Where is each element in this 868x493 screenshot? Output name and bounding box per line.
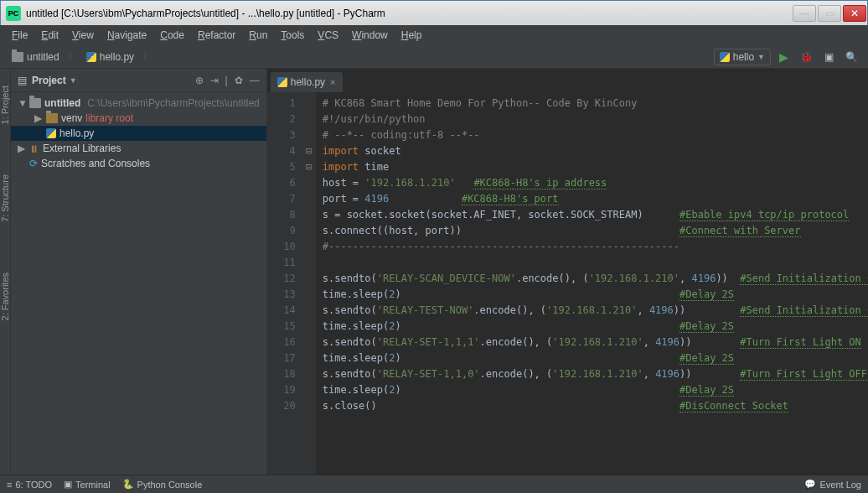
code-line[interactable]: # --*-- coding:utf-8 --*-- (323, 127, 868, 143)
tree-external-libs[interactable]: ▶ ⫼ External Libraries (11, 141, 266, 156)
chevron-down-icon[interactable]: ▼ (70, 76, 77, 85)
code-line[interactable]: s.connect((host, port)) #Connect with Se… (323, 223, 868, 239)
collapse-all-icon[interactable]: ⇥ (210, 75, 219, 86)
code-line[interactable]: time.sleep(2) #Delay 2S (323, 287, 868, 303)
run-button[interactable]: ▶ (776, 49, 792, 65)
tab-label: hello.py (291, 76, 325, 88)
menu-window[interactable]: Window (347, 27, 393, 44)
sidebar-tab-favorites[interactable]: 2: Favorites (0, 272, 10, 320)
breadcrumb-project[interactable]: untitled (7, 49, 65, 65)
code-line[interactable]: # KC868 Smart Home Demo For Python-- Cod… (323, 96, 868, 112)
breadcrumb-label: hello.py (100, 51, 134, 63)
tab-hello[interactable]: hello.py × (271, 72, 343, 92)
menu-view[interactable]: View (67, 27, 99, 44)
bubble-icon: 💬 (804, 479, 816, 490)
menu-run[interactable]: Run (244, 27, 272, 44)
code-line[interactable]: time.sleep(2) #Delay 2S (323, 319, 868, 335)
terminal-icon: ▣ (64, 479, 72, 490)
editor-body[interactable]: 1234567891011121314151617181920 ⊟⊟ # KC8… (267, 92, 868, 475)
project-panel: ▤ Project ▼ ⊕ ⇥ | ✿ — ▼ untitled C:\User… (11, 69, 267, 475)
breadcrumb-file[interactable]: hello.py (81, 49, 139, 65)
settings-icon[interactable]: ✿ (235, 75, 243, 86)
expand-icon[interactable]: ▶ (34, 112, 43, 124)
event-log[interactable]: 💬 Event Log (804, 479, 861, 490)
expand-icon[interactable]: ▼ (18, 97, 26, 109)
folder-icon (46, 113, 58, 123)
library-icon: ⫼ (29, 143, 39, 154)
tree-venv[interactable]: ▶ venv library root (11, 111, 266, 126)
code-line[interactable]: #!/usr/bin/python (323, 112, 868, 127)
tree-file-hello[interactable]: hello.py (11, 126, 266, 141)
code-line[interactable]: host = '192.168.1.210' #KC868-H8's ip ad… (323, 175, 868, 191)
tree-hint: library root (85, 112, 133, 124)
maximize-button[interactable]: ▭ (818, 5, 841, 22)
label: Event Log (819, 480, 861, 490)
code-line[interactable]: time.sleep(2) #Delay 2S (323, 382, 868, 398)
close-button[interactable]: ✕ (843, 5, 866, 22)
tree-label: External Libraries (43, 143, 121, 154)
code-line[interactable]: s = socket.socket(socket.AF_INET, socket… (323, 207, 868, 223)
project-title: Project (32, 75, 66, 86)
code-line[interactable]: s.sendto('RELAY-SET-1,1,0'.encode(), ('1… (323, 366, 868, 382)
chevron-down-icon: ▼ (757, 53, 765, 61)
menu-navigate[interactable]: Navigate (102, 27, 152, 44)
menu-help[interactable]: Help (396, 27, 427, 44)
list-icon: ≡ (7, 480, 12, 490)
code-line[interactable] (323, 255, 868, 271)
code-area[interactable]: # KC868 Smart Home Demo For Python-- Cod… (316, 92, 868, 475)
run-config-selector[interactable]: hello ▼ (714, 49, 771, 65)
menu-tools[interactable]: Tools (276, 27, 309, 44)
run-with-coverage-button[interactable]: ▣ (821, 49, 837, 65)
python-icon: 🐍 (122, 479, 134, 490)
code-line[interactable]: s.sendto('RELAY-SET-1,1,1'.encode(), ('1… (323, 335, 868, 350)
close-icon[interactable]: × (330, 77, 335, 87)
menu-vcs[interactable]: VCS (313, 27, 344, 44)
code-line[interactable]: import time (323, 159, 868, 175)
toolbar: untitled 〉 hello.py 〉 hello ▼ ▶ 🐞 ▣ 🔍 (0, 45, 868, 69)
menu-bar: FileEditViewNavigateCodeRefactorRunTools… (0, 25, 868, 45)
sidebar-tab-project[interactable]: 1: Project (0, 86, 10, 124)
python-console-tool-window[interactable]: 🐍 Python Console (122, 479, 203, 490)
app-icon: PC (6, 6, 21, 21)
tree-root[interactable]: ▼ untitled C:\Users\ibm\PycharmProjects\… (11, 96, 266, 111)
tree-scratches[interactable]: ⟳ Scratches and Consoles (11, 156, 266, 171)
window-title: untitled [C:\Users\ibm\PycharmProjects\u… (26, 8, 792, 19)
folder-icon (12, 52, 23, 62)
label: Terminal (75, 480, 111, 490)
folder-icon (29, 98, 41, 108)
python-icon (720, 52, 730, 62)
window-titlebar: PC untitled [C:\Users\ibm\PycharmProject… (0, 0, 868, 25)
menu-file[interactable]: File (7, 27, 33, 44)
separator: | (225, 75, 228, 86)
editor-area: hello.py × 12345678910111213141516171819… (267, 69, 868, 475)
code-line[interactable]: time.sleep(2) #Delay 2S (323, 350, 868, 366)
code-line[interactable]: s.sendto('RELAY-SCAN_DEVICE-NOW'.encode(… (323, 271, 868, 287)
minimize-button[interactable]: — (793, 5, 816, 22)
tree-label: untitled (44, 97, 80, 109)
code-line[interactable]: port = 4196 #KC868-H8's port (323, 191, 868, 207)
menu-edit[interactable]: Edit (36, 27, 64, 44)
scroll-from-source-icon[interactable]: ⊕ (195, 75, 204, 86)
tree-label: venv (61, 112, 82, 124)
code-line[interactable]: import socket (323, 143, 868, 159)
folder-icon: ▤ (18, 75, 27, 86)
hide-icon[interactable]: — (250, 75, 260, 86)
tool-windows-bar: ≡ 6: TODO ▣ Terminal 🐍 Python Console 💬 … (0, 475, 868, 493)
code-line[interactable]: s.sendto('RELAY-TEST-NOW'.encode(), ('19… (323, 303, 868, 319)
expand-icon[interactable]: ▶ (18, 143, 26, 154)
search-everywhere-button[interactable]: 🔍 (842, 49, 861, 65)
project-header: ▤ Project ▼ ⊕ ⇥ | ✿ — (11, 69, 266, 92)
todo-tool-window[interactable]: ≡ 6: TODO (7, 480, 52, 490)
code-line[interactable]: #---------------------------------------… (323, 239, 868, 255)
debug-button[interactable]: 🐞 (797, 49, 816, 65)
sidebar-tab-structure[interactable]: 7: Structure (0, 174, 10, 222)
terminal-tool-window[interactable]: ▣ Terminal (64, 479, 111, 490)
code-line[interactable]: s.close() #DisConnect Socket (323, 398, 868, 414)
breadcrumb-label: untitled (27, 51, 59, 63)
menu-refactor[interactable]: Refactor (193, 27, 240, 44)
menu-code[interactable]: Code (155, 27, 189, 44)
python-icon (277, 77, 287, 87)
tree-path: C:\Users\ibm\PycharmProjects\untitled (87, 97, 259, 109)
python-icon (46, 128, 56, 138)
python-icon (86, 52, 96, 62)
